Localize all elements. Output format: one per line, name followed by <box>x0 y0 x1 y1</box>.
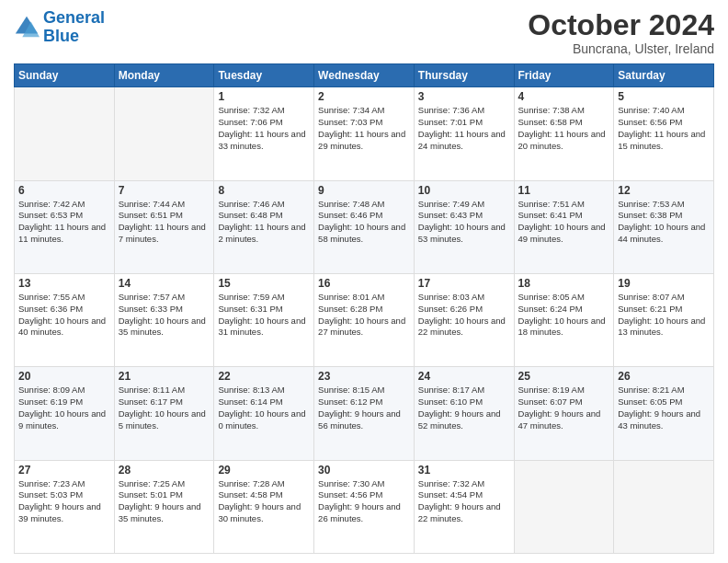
calendar-cell: 15Sunrise: 7:59 AMSunset: 6:31 PMDayligh… <box>214 273 314 366</box>
day-number: 1 <box>218 90 310 103</box>
cell-content: Sunrise: 7:44 AMSunset: 6:51 PMDaylight:… <box>119 199 210 246</box>
calendar-cell: 3Sunrise: 7:36 AMSunset: 7:01 PMDaylight… <box>414 87 514 180</box>
calendar-cell: 29Sunrise: 7:28 AMSunset: 4:58 PMDayligh… <box>214 460 314 553</box>
day-number: 17 <box>418 277 510 290</box>
month-title: October 2024 <box>528 9 714 41</box>
day-number: 15 <box>218 277 310 290</box>
logo-icon <box>14 15 40 40</box>
cell-content: Sunrise: 7:49 AMSunset: 6:43 PMDaylight:… <box>418 199 510 246</box>
day-number: 24 <box>418 370 510 383</box>
calendar-cell: 9Sunrise: 7:48 AMSunset: 6:46 PMDaylight… <box>314 180 415 273</box>
day-number: 8 <box>218 184 310 197</box>
day-number: 18 <box>518 277 610 290</box>
day-number: 26 <box>618 370 710 383</box>
weekday-header: Tuesday <box>214 64 314 87</box>
logo-text: General Blue <box>43 9 105 46</box>
day-number: 30 <box>318 464 410 477</box>
cell-content: Sunrise: 8:11 AMSunset: 6:17 PMDaylight:… <box>119 385 210 431</box>
calendar-cell: 17Sunrise: 8:03 AMSunset: 6:26 PMDayligh… <box>414 273 514 366</box>
calendar-cell: 11Sunrise: 7:51 AMSunset: 6:41 PMDayligh… <box>514 180 614 273</box>
calendar-week-row: 20Sunrise: 8:09 AMSunset: 6:19 PMDayligh… <box>15 367 714 460</box>
calendar-cell <box>15 87 115 180</box>
day-number: 13 <box>18 277 110 290</box>
cell-content: Sunrise: 7:51 AMSunset: 6:41 PMDaylight:… <box>518 199 610 246</box>
calendar-cell <box>514 460 614 553</box>
cell-content: Sunrise: 7:34 AMSunset: 7:03 PMDaylight:… <box>318 105 410 152</box>
calendar-cell: 23Sunrise: 8:15 AMSunset: 6:12 PMDayligh… <box>314 367 415 460</box>
calendar-cell: 20Sunrise: 8:09 AMSunset: 6:19 PMDayligh… <box>15 367 115 460</box>
day-number: 2 <box>318 90 410 103</box>
weekday-header: Monday <box>114 64 214 87</box>
calendar-cell: 31Sunrise: 7:32 AMSunset: 4:54 PMDayligh… <box>414 460 514 553</box>
cell-content: Sunrise: 8:17 AMSunset: 6:10 PMDaylight:… <box>418 385 510 431</box>
cell-content: Sunrise: 7:57 AMSunset: 6:33 PMDaylight:… <box>119 292 210 339</box>
calendar-cell: 8Sunrise: 7:46 AMSunset: 6:48 PMDaylight… <box>214 180 314 273</box>
cell-content: Sunrise: 7:32 AMSunset: 7:06 PMDaylight:… <box>218 105 310 152</box>
page: General Blue October 2024 Buncrana, Ulst… <box>0 0 728 563</box>
cell-content: Sunrise: 7:40 AMSunset: 6:56 PMDaylight:… <box>618 105 710 152</box>
cell-content: Sunrise: 7:55 AMSunset: 6:36 PMDaylight:… <box>18 292 110 339</box>
day-number: 19 <box>618 277 710 290</box>
day-number: 9 <box>318 184 410 197</box>
calendar-week-row: 13Sunrise: 7:55 AMSunset: 6:36 PMDayligh… <box>15 273 714 366</box>
calendar-cell: 24Sunrise: 8:17 AMSunset: 6:10 PMDayligh… <box>414 367 514 460</box>
calendar-cell: 5Sunrise: 7:40 AMSunset: 6:56 PMDaylight… <box>614 87 714 180</box>
calendar-cell: 27Sunrise: 7:23 AMSunset: 5:03 PMDayligh… <box>15 460 115 553</box>
day-number: 22 <box>218 370 310 383</box>
cell-content: Sunrise: 7:23 AMSunset: 5:03 PMDaylight:… <box>18 478 110 525</box>
day-number: 14 <box>119 277 210 290</box>
day-number: 29 <box>218 464 310 477</box>
cell-content: Sunrise: 7:53 AMSunset: 6:38 PMDaylight:… <box>618 199 710 246</box>
cell-content: Sunrise: 7:38 AMSunset: 6:58 PMDaylight:… <box>518 105 610 152</box>
calendar-cell: 21Sunrise: 8:11 AMSunset: 6:17 PMDayligh… <box>114 367 214 460</box>
day-number: 27 <box>18 464 110 477</box>
day-number: 5 <box>618 90 710 103</box>
calendar-header-row: SundayMondayTuesdayWednesdayThursdayFrid… <box>15 64 714 87</box>
cell-content: Sunrise: 8:15 AMSunset: 6:12 PMDaylight:… <box>318 385 410 431</box>
day-number: 16 <box>318 277 410 290</box>
calendar-cell: 6Sunrise: 7:42 AMSunset: 6:53 PMDaylight… <box>15 180 115 273</box>
calendar-cell: 19Sunrise: 8:07 AMSunset: 6:21 PMDayligh… <box>614 273 714 366</box>
day-number: 23 <box>318 370 410 383</box>
cell-content: Sunrise: 7:48 AMSunset: 6:46 PMDaylight:… <box>318 199 410 246</box>
calendar-cell <box>614 460 714 553</box>
calendar-cell <box>114 87 214 180</box>
day-number: 10 <box>418 184 510 197</box>
calendar-cell: 14Sunrise: 7:57 AMSunset: 6:33 PMDayligh… <box>114 273 214 366</box>
cell-content: Sunrise: 8:01 AMSunset: 6:28 PMDaylight:… <box>318 292 410 339</box>
cell-content: Sunrise: 7:36 AMSunset: 7:01 PMDaylight:… <box>418 105 510 152</box>
cell-content: Sunrise: 8:13 AMSunset: 6:14 PMDaylight:… <box>218 385 310 431</box>
calendar-cell: 13Sunrise: 7:55 AMSunset: 6:36 PMDayligh… <box>15 273 115 366</box>
location: Buncrana, Ulster, Ireland <box>528 41 714 56</box>
logo-text2: Blue <box>43 27 79 45</box>
day-number: 25 <box>518 370 610 383</box>
calendar-cell: 2Sunrise: 7:34 AMSunset: 7:03 PMDaylight… <box>314 87 415 180</box>
cell-content: Sunrise: 7:59 AMSunset: 6:31 PMDaylight:… <box>218 292 310 339</box>
day-number: 20 <box>18 370 110 383</box>
weekday-header: Thursday <box>414 64 514 87</box>
calendar-cell: 4Sunrise: 7:38 AMSunset: 6:58 PMDaylight… <box>514 87 614 180</box>
cell-content: Sunrise: 7:28 AMSunset: 4:58 PMDaylight:… <box>218 478 310 525</box>
cell-content: Sunrise: 7:25 AMSunset: 5:01 PMDaylight:… <box>119 478 210 525</box>
weekday-header: Friday <box>514 64 614 87</box>
weekday-header: Sunday <box>15 64 115 87</box>
calendar-cell: 7Sunrise: 7:44 AMSunset: 6:51 PMDaylight… <box>114 180 214 273</box>
calendar-cell: 26Sunrise: 8:21 AMSunset: 6:05 PMDayligh… <box>614 367 714 460</box>
calendar-week-row: 6Sunrise: 7:42 AMSunset: 6:53 PMDaylight… <box>15 180 714 273</box>
logo-text1: General <box>43 8 105 27</box>
calendar-cell: 25Sunrise: 8:19 AMSunset: 6:07 PMDayligh… <box>514 367 614 460</box>
calendar-cell: 18Sunrise: 8:05 AMSunset: 6:24 PMDayligh… <box>514 273 614 366</box>
cell-content: Sunrise: 7:32 AMSunset: 4:54 PMDaylight:… <box>418 478 510 525</box>
cell-content: Sunrise: 7:42 AMSunset: 6:53 PMDaylight:… <box>18 199 110 246</box>
calendar-cell: 1Sunrise: 7:32 AMSunset: 7:06 PMDaylight… <box>214 87 314 180</box>
day-number: 3 <box>418 90 510 103</box>
cell-content: Sunrise: 8:21 AMSunset: 6:05 PMDaylight:… <box>618 385 710 431</box>
calendar-cell: 16Sunrise: 8:01 AMSunset: 6:28 PMDayligh… <box>314 273 415 366</box>
title-block: October 2024 Buncrana, Ulster, Ireland <box>528 9 714 56</box>
day-number: 28 <box>119 464 210 477</box>
day-number: 4 <box>518 90 610 103</box>
day-number: 12 <box>618 184 710 197</box>
header: General Blue October 2024 Buncrana, Ulst… <box>14 9 714 56</box>
calendar-table: SundayMondayTuesdayWednesdayThursdayFrid… <box>14 63 714 554</box>
calendar-week-row: 1Sunrise: 7:32 AMSunset: 7:06 PMDaylight… <box>15 87 714 180</box>
